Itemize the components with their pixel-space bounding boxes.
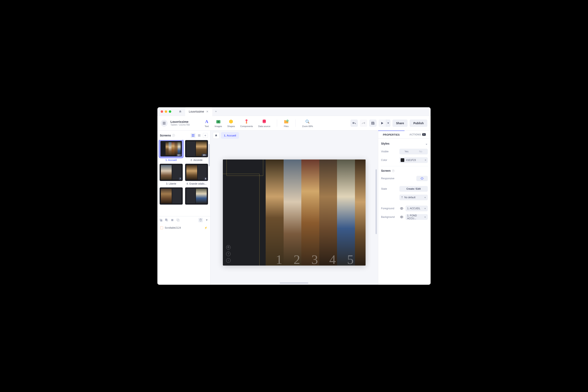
undo-button[interactable] [350,120,358,127]
responsive-toggle[interactable] [416,176,428,181]
breadcrumb-current[interactable]: 1. Accueil [221,132,239,139]
undo-icon [353,122,356,124]
tool-images[interactable]: Images [215,119,222,128]
svg-rect-12 [193,136,194,137]
info-icon[interactable]: i [226,258,231,263]
canvas-scrollbar[interactable] [376,169,377,234]
menu-button[interactable] [161,120,168,127]
chevron-down-icon[interactable] [386,120,390,127]
tab-louvrissime[interactable]: Louvrissime ✕ [185,107,212,116]
chevron-down-icon: ⌄ [425,142,428,145]
screen-thumb-accueil[interactable]: 10+ 1. Accueil [159,140,183,162]
layers-toolbar: ▾ [157,216,210,224]
pin-icon [401,196,403,198]
section-styles[interactable]: Styles ⌄ [381,141,428,147]
tab-actions[interactable]: ACTIONS 1 [405,130,431,138]
create-edit-button[interactable]: Create / Edit [399,186,428,192]
titlebar: Louvrissime ✕ ＋ [157,107,431,116]
color-value: #1E1F23 [406,159,416,162]
view-grid-button[interactable] [191,133,195,138]
help-icon[interactable]: ? [172,134,175,137]
strip-1[interactable]: 1 [266,160,284,266]
help-icon[interactable]: ? [226,252,231,256]
add-screen-button[interactable]: ＋ [203,133,208,138]
project-device: Tablet / 1024x768 [170,124,190,126]
window-minimize[interactable] [165,110,167,113]
color-field[interactable]: #1E1F23 ✕ [399,157,428,163]
separator [295,120,296,127]
canvas-screen[interactable]: ? i 1 2 3 4 5 [223,160,366,266]
state-select[interactable]: No default ▼ [399,194,428,200]
prop-state-default: No default ▼ [381,193,428,202]
prop-state: State Create / Edit [381,184,428,193]
foreground-select[interactable]: 1. ACCUEIL ▼ [406,206,428,211]
seg-no: No [414,149,428,154]
tree-item-label: Scrollable2124 [165,226,181,229]
location-icon[interactable] [226,245,231,250]
publish-button[interactable]: Publish [410,120,427,127]
window-close[interactable] [161,110,163,113]
select-value: No default [404,196,416,199]
screen-name: 1. Accueil [159,159,183,162]
preview-button[interactable] [379,120,390,127]
properties-body: Styles ⌄ Visible Yes No Color #1E1F23 ✕ [378,139,431,285]
strip-number: 1 [276,252,282,266]
strip-6[interactable] [355,160,366,266]
layer-icon[interactable] [170,218,174,222]
save-button[interactable] [369,120,377,127]
visible-toggle[interactable]: Yes No [399,149,428,154]
tool-components[interactable]: Components [240,119,253,128]
screen-thumb-joconde[interactable]: 10+ 2. Joconde [185,140,208,162]
tool-shapes[interactable]: Shapes [227,119,235,128]
add-tab-button[interactable]: ＋ [212,107,220,116]
delete-button[interactable] [198,218,203,222]
redo-button[interactable] [360,120,367,127]
screen-thumb[interactable] [159,187,183,205]
strip-2[interactable]: 2 [284,160,302,266]
window-resize-handle[interactable] [280,282,308,284]
background-select[interactable]: 1. FOND ACCU... ▼ [406,214,428,220]
tool-zoom[interactable]: Zoom 69% [302,119,313,128]
tool-shapes-label: Shapes [227,125,235,128]
screen-name: 2. Joconde [185,159,208,162]
screen-thumb-liberte[interactable]: 7 3. Liberte [159,164,183,185]
svg-point-23 [401,216,402,218]
window-maximize[interactable] [169,110,171,113]
tool-zoom-label: Zoom 69% [302,125,313,128]
svg-rect-4 [246,121,247,122]
chevron-down-icon[interactable]: ▾ [205,218,209,222]
strip-3[interactable]: 3 [301,160,319,266]
screen-thumb-odalisque[interactable]: 8 4. Grande odalis... [185,164,208,185]
layer-icon[interactable] [159,218,163,222]
prop-visible: Visible Yes No [381,147,428,156]
share-button[interactable]: Share [393,120,408,127]
count-badge: 7 [179,178,182,180]
tab-properties[interactable]: PROPERTIES [378,130,405,138]
screen-thumb[interactable] [185,187,208,205]
tool-datasource[interactable]: Data source [258,119,270,128]
tool-text-label: Text [205,125,209,128]
center-panel: 1. Accueil ? i 1 2 [210,130,378,285]
view-list-button[interactable] [197,133,202,138]
tree-item-scrollable[interactable]: Scrollable2124 ⚡ [159,225,208,230]
prop-label: Foreground [381,207,398,210]
tool-files[interactable]: Files [284,119,289,128]
prop-label: State [381,188,398,190]
svg-rect-19 [177,220,179,221]
breadcrumb-home[interactable] [213,132,219,139]
tab-close-icon[interactable]: ✕ [206,110,209,113]
svg-rect-17 [171,219,173,221]
strip-4[interactable]: 4 [319,160,337,266]
eye-icon[interactable] [399,216,404,218]
canvas-viewport[interactable]: ? i 1 2 3 4 5 [210,140,378,285]
eye-icon[interactable] [399,207,404,210]
count-badge: 10+ [202,154,207,156]
layer-icon[interactable] [165,218,168,222]
help-icon[interactable]: ? [392,170,395,172]
strip-5[interactable]: 5 [337,160,355,266]
select-value: 1. ACCUEIL [407,207,420,210]
home-tab[interactable] [175,107,185,116]
layer-icon[interactable] [176,218,180,222]
tool-text[interactable]: A Text [204,119,209,128]
clear-icon[interactable]: ✕ [425,159,427,162]
